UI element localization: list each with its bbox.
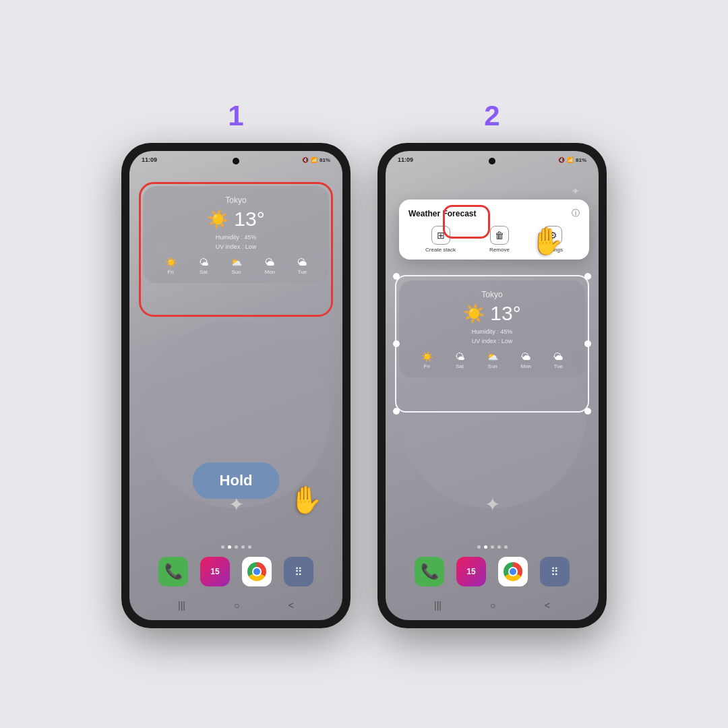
page-dots-2	[477, 545, 508, 549]
dock-2: 📞 15 ⠿	[386, 545, 599, 586]
time-2: 11:09	[398, 156, 413, 163]
nav-bar-2: ||| ○ <	[386, 597, 599, 613]
hand-cursor-1: 🤚	[289, 484, 322, 516]
forecast-sat-2: 🌤Sat	[455, 351, 464, 369]
dock-icons-2: 📞 15 ⠿	[415, 557, 570, 586]
nav-home-1[interactable]: ○	[234, 600, 239, 611]
weather-widget-2[interactable]: Tokyo ☀️ 13° Humidity : 45% UV index : L…	[399, 280, 585, 377]
dot2-2	[484, 545, 487, 549]
dot-5	[248, 545, 251, 549]
page-dots-1	[221, 545, 251, 549]
outline-dot-mr	[584, 340, 591, 347]
forecast-fri-2: ☀️Fri	[421, 351, 433, 369]
forecast-1: ☀️Fri 🌤Sat ⛅Sun 🌥Mon 🌥Tue	[154, 257, 318, 275]
temp-1: 13°	[234, 208, 264, 231]
popup-remove[interactable]: 🗑 Remove	[489, 226, 510, 253]
nav-home-2[interactable]: ○	[490, 600, 495, 611]
dot-1	[221, 545, 224, 549]
temp-2: 13°	[490, 302, 520, 325]
dock-1: 📞 15 ⠿	[129, 545, 342, 586]
forecast-mon-1: 🌥Mon	[264, 257, 275, 275]
weather-details-1: Humidity : 45% UV index : Low	[154, 233, 318, 251]
time-1: 11:09	[142, 156, 157, 163]
status-icons-2: 🔇 📶 81%	[558, 157, 586, 163]
chrome-app-icon-2[interactable]	[498, 557, 528, 586]
forecast-mon-2: 🌥Mon	[520, 351, 531, 369]
weather-widget-1[interactable]: Tokyo ☀️ 13° Humidity : 45% UV index : L…	[143, 186, 329, 283]
phone-1: 11:09 🔇 📶 81% ✦ ✦ ✦ Tok	[121, 143, 351, 628]
nav-multi-2[interactable]: |||	[434, 600, 442, 611]
camera-dot-2	[489, 158, 495, 164]
forecast-sat-1: 🌤Sat	[199, 257, 208, 275]
calendar-app-icon-1[interactable]: 15	[200, 557, 230, 586]
grid-app-icon-2[interactable]: ⠿	[540, 557, 570, 586]
hold-button[interactable]: Hold	[193, 462, 280, 499]
forecast-sun-1: ⛅Sun	[231, 257, 242, 275]
phone-1-screen: 11:09 🔇 📶 81% ✦ ✦ ✦ Tok	[129, 151, 342, 620]
chrome-app-icon-1[interactable]	[242, 557, 272, 586]
step-2-number: 2	[484, 100, 499, 132]
forecast-tue-1: 🌥Tue	[297, 257, 307, 275]
step-2-wrapper: 2 11:09 🔇 📶 81% ✦ ✦ ✦	[377, 100, 607, 628]
dot2-5	[504, 545, 508, 549]
create-stack-icon: ⊞	[431, 226, 450, 245]
forecast-sun-2: ⛅Sun	[487, 351, 498, 369]
weather-details-2: Humidity : 45% UV index : Low	[410, 328, 574, 346]
dot2-1	[477, 545, 481, 549]
dot2-3	[491, 545, 494, 549]
temp-row-1: ☀️ 13°	[154, 208, 318, 231]
nav-back-1[interactable]: <	[289, 600, 294, 611]
dot-2	[228, 545, 231, 549]
status-icons-1: 🔇 📶 81%	[302, 157, 330, 163]
nav-back-2[interactable]: <	[545, 600, 550, 611]
outline-dot-br	[584, 408, 591, 415]
forecast-tue-2: 🌥Tue	[553, 351, 563, 369]
calendar-app-icon-2[interactable]: 15	[456, 557, 486, 586]
grid-app-icon-1[interactable]: ⠿	[284, 557, 313, 586]
forecast-2: ☀️Fri 🌤Sat ⛅Sun 🌥Mon 🌥Tue	[410, 351, 574, 369]
nav-multi-1[interactable]: |||	[178, 600, 185, 611]
temp-row-2: ☀️ 13°	[410, 302, 574, 325]
outline-dot-tl	[393, 273, 400, 280]
city-2: Tokyo	[410, 290, 574, 299]
outline-dot-bl	[393, 408, 400, 415]
dot-4	[241, 545, 245, 549]
main-container: 1 11:09 🔇 📶 81% ✦ ✦ ✦	[101, 80, 627, 648]
dot-3	[235, 545, 238, 549]
step-1-wrapper: 1 11:09 🔇 📶 81% ✦ ✦ ✦	[121, 100, 351, 628]
phone-2-screen: 11:09 🔇 📶 81% ✦ ✦ ✦	[386, 151, 599, 620]
city-1: Tokyo	[154, 195, 318, 205]
step-1-number: 1	[228, 100, 243, 132]
popup-title: Weather Forecast	[408, 209, 476, 218]
nav-bar-1: ||| ○ <	[129, 597, 342, 613]
outline-dot-tr	[584, 273, 591, 280]
phone-app-icon-1[interactable]: 📞	[158, 557, 188, 586]
hand-cursor-2: 🤚	[530, 225, 564, 257]
popup-info-icon: ⓘ	[572, 208, 580, 219]
status-bar-1: 11:09 🔇 📶 81%	[129, 151, 342, 166]
dock-icons-1: 📞 15 ⠿	[158, 557, 313, 586]
sun-icon-2: ☀️	[463, 303, 485, 324]
remove-icon: 🗑	[490, 226, 509, 245]
dot2-4	[497, 545, 501, 549]
popup-create-stack[interactable]: ⊞ Create stack	[425, 226, 456, 253]
popup-title-row: Weather Forecast ⓘ	[408, 208, 580, 219]
status-bar-2: 11:09 🔇 📶 81%	[386, 151, 599, 166]
camera-dot-1	[233, 158, 239, 164]
phone-2: 11:09 🔇 📶 81% ✦ ✦ ✦	[377, 143, 607, 628]
forecast-fri-1: ☀️Fri	[165, 257, 177, 275]
sun-icon-1: ☀️	[207, 209, 229, 230]
phone-app-icon-2[interactable]: 📞	[415, 557, 444, 586]
